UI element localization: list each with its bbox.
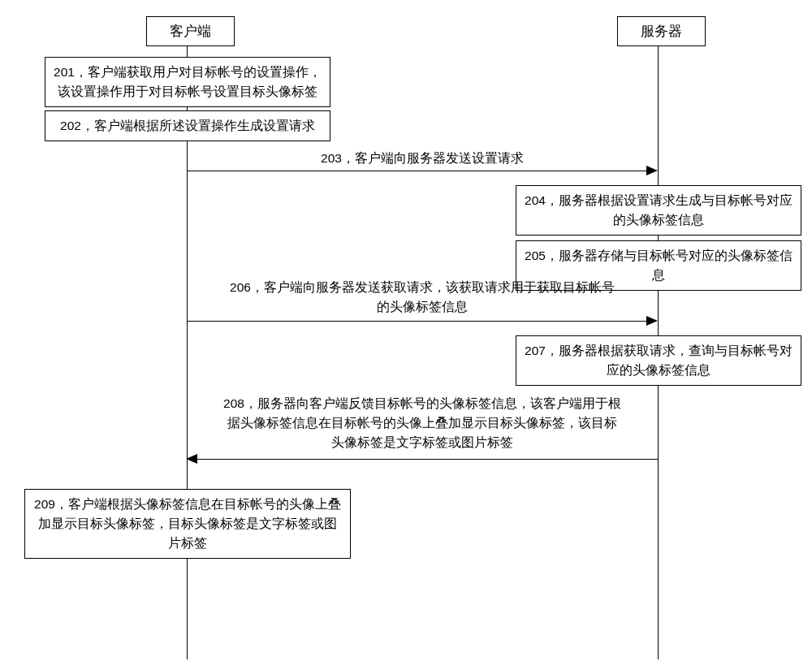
arrow-head-208 — [186, 454, 197, 464]
arrow-line-206 — [187, 321, 646, 322]
message-208: 208，服务器向客户端反馈目标帐号的头像标签信息，该客户端用于根据头像标签信息在… — [223, 394, 621, 452]
step-204: 204，服务器根据设置请求生成与目标帐号对应的头像标签信息 — [516, 185, 801, 236]
step-201: 201，客户端获取用户对目标帐号的设置操作，该设置操作用于对目标帐号设置目标头像… — [45, 57, 330, 107]
actor-client: 客户端 — [146, 16, 235, 46]
actor-server: 服务器 — [617, 16, 706, 46]
arrow-line-203 — [187, 171, 646, 171]
step-207: 207，服务器根据获取请求，查询与目标帐号对应的头像标签信息 — [516, 335, 801, 386]
step-209: 209，客户端根据头像标签信息在目标帐号的头像上叠加显示目标头像标签，目标头像标… — [24, 489, 351, 559]
step-202: 202，客户端根据所述设置操作生成设置请求 — [45, 110, 330, 141]
sequence-diagram: 客户端 服务器 201，客户端获取用户对目标帐号的设置操作，该设置操作用于对目标… — [0, 0, 812, 670]
arrow-head-206 — [646, 316, 658, 326]
arrow-head-203 — [646, 166, 658, 175]
message-206: 206，客户端向服务器发送获取请求，该获取请求用于获取目标帐号的头像标签信息 — [227, 278, 617, 317]
arrow-line-208 — [197, 459, 658, 460]
message-203: 203，客户端向服务器发送设置请求 — [244, 149, 601, 168]
